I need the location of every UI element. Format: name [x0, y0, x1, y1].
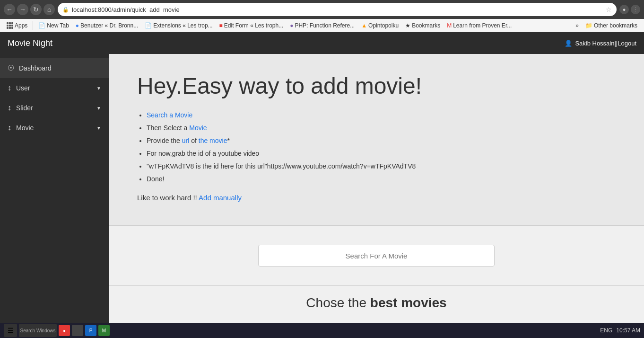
bottom-text-normal: Chose the	[306, 295, 370, 310]
instruction-text: *	[227, 137, 229, 144]
movie-nav-icon: ↕	[8, 124, 11, 132]
editform-icon: ■	[219, 22, 223, 29]
learn-icon: M	[447, 22, 452, 29]
bookmarks-bar: Apps 📄 New Tab ● Benutzer « Dr. Bronn...…	[0, 19, 644, 32]
bottom-section: Chose the best movies	[109, 285, 644, 320]
instruction-text: of	[189, 137, 198, 144]
benutzer-icon: ●	[76, 22, 79, 29]
list-item: For now,grab the id of a youtube video	[147, 149, 616, 159]
dashboard-icon: ☉	[8, 63, 14, 72]
hero-title: Hey.Easy way to add movie!	[137, 73, 616, 99]
forward-button[interactable]: →	[17, 4, 28, 15]
movie-link[interactable]: the movie	[199, 137, 227, 144]
bookmark-editform[interactable]: ■ Edit Form « Les troph...	[217, 21, 287, 30]
bookmark-learn[interactable]: M Learn from Proven Er...	[444, 21, 514, 30]
instruction-text: Then Select a	[147, 124, 189, 132]
other-bookmarks[interactable]: 📁 Other bookmarks	[583, 21, 640, 30]
extensions-icon: 📄	[145, 22, 152, 29]
app-title: Movie Night	[8, 38, 52, 48]
user-icon: 👤	[565, 40, 572, 47]
sidebar-item-user[interactable]: ↕ User ▼	[0, 78, 109, 98]
url-link[interactable]: url	[182, 137, 190, 144]
php-icon: ●	[290, 22, 293, 29]
list-item-done: Done!	[147, 174, 616, 184]
bottom-text-bold: best movies	[370, 295, 447, 310]
main-content: Hey.Easy way to add movie! Search a Movi…	[109, 54, 644, 323]
bottom-title: Chose the best movies	[306, 295, 446, 311]
bookmark-opinto[interactable]: ▲ Opintopolku	[358, 21, 401, 30]
bookmark-label: Bookmarks	[412, 22, 440, 29]
nav-buttons: ← → ↻ ⌂	[4, 4, 55, 15]
search-movie-link[interactable]: Search a Movie	[147, 111, 192, 119]
list-item-quote: "wTFpKVAdTV8 is the id here for this url…	[147, 161, 616, 171]
chevron-down-icon: ▼	[96, 86, 101, 91]
bookmark-label: Benutzer « Dr. Bronn...	[80, 22, 138, 29]
back-button[interactable]: ←	[4, 4, 15, 15]
reload-button[interactable]: ↻	[30, 4, 42, 15]
top-nav: Movie Night 👤 Sakib Hossain||Logout	[0, 32, 644, 54]
user-info: 👤 Sakib Hossain||Logout	[565, 40, 636, 47]
list-item: Provide the url of the movie*	[147, 136, 616, 146]
folder-icon: 📁	[585, 22, 592, 29]
menu-button[interactable]: ⋮	[631, 5, 640, 14]
slider-nav-icon: ↕	[8, 104, 11, 112]
bookmarks-icon: ★	[405, 22, 410, 29]
instruction-text: Provide the	[147, 137, 182, 144]
bookmark-label: PHP: Function Refere...	[295, 22, 355, 29]
hero-box: Hey.Easy way to add movie! Search a Movi…	[109, 54, 644, 226]
home-button[interactable]: ⌂	[44, 4, 55, 15]
extensions-button[interactable]: ●	[619, 5, 629, 14]
sidebar: ☉ Dashboard ↕ User ▼ ↕ Slider ▼ ↕ Movie …	[0, 54, 109, 323]
user-nav-icon: ↕	[8, 84, 11, 92]
sidebar-item-movie[interactable]: ↕ Movie ▼	[0, 118, 109, 138]
browser-toolbar: ← → ↻ ⌂ 🔒 ☆ ● ⋮	[0, 0, 644, 19]
bookmark-label: New Tab	[47, 22, 69, 29]
search-movie-input[interactable]	[258, 245, 495, 267]
bookmark-benutzer[interactable]: ● Benutzer « Dr. Bronn...	[73, 21, 141, 30]
list-item: Search a Movie	[147, 110, 616, 120]
work-hard-label: Like to work hard !!	[137, 194, 199, 202]
bookmark-label: Edit Form « Les troph...	[224, 22, 283, 29]
sidebar-item-dashboard[interactable]: ☉ Dashboard	[0, 58, 109, 78]
lock-icon: 🔒	[62, 7, 69, 13]
bookmark-php[interactable]: ● PHP: Function Refere...	[287, 21, 357, 30]
app-container: Movie Night 👤 Sakib Hossain||Logout ☉ Da…	[0, 32, 644, 323]
chevron-down-icon: ▼	[96, 125, 101, 131]
user-label[interactable]: Sakib Hossain||Logout	[575, 40, 636, 47]
instruction-list: Search a Movie Then Select a Movie Provi…	[137, 110, 616, 184]
sidebar-item-slider[interactable]: ↕ Slider ▼	[0, 98, 109, 118]
select-movie-link[interactable]: Movie	[189, 124, 207, 132]
add-manually-link[interactable]: Add manually	[199, 194, 242, 202]
apps-grid-icon	[7, 22, 13, 29]
bookmark-separator	[33, 21, 33, 30]
bookmark-label: Opintopolku	[368, 22, 399, 29]
bookmark-label: Learn from Proven Er...	[453, 22, 512, 29]
bookmark-new-tab[interactable]: 📄 New Tab	[35, 21, 71, 30]
browser-chrome: ← → ↻ ⌂ 🔒 ☆ ● ⋮ Apps 📄 New Tab	[0, 0, 644, 32]
apps-label: Apps	[15, 22, 27, 29]
address-bar[interactable]: 🔒 ☆	[58, 3, 617, 16]
bookmark-bookmarks[interactable]: ★ Bookmarks	[402, 21, 443, 30]
bookmark-apps[interactable]: Apps	[4, 21, 30, 30]
other-bookmarks-label: Other bookmarks	[594, 22, 637, 29]
sidebar-item-label: Slider	[16, 104, 92, 112]
sidebar-item-label: User	[16, 84, 92, 92]
tab-icon: 📄	[38, 22, 45, 29]
opinto-icon: ▲	[361, 22, 367, 29]
sidebar-item-label: Movie	[16, 124, 92, 132]
content-area: ☉ Dashboard ↕ User ▼ ↕ Slider ▼ ↕ Movie …	[0, 54, 644, 323]
search-section	[109, 226, 644, 285]
bookmark-extensions[interactable]: 📄 Extensions « Les trop...	[142, 21, 215, 30]
bookmark-star-icon[interactable]: ☆	[606, 6, 612, 13]
work-hard-text: Like to work hard !! Add manually	[137, 194, 616, 202]
sidebar-item-label: Dashboard	[19, 64, 101, 72]
address-input[interactable]	[72, 6, 603, 13]
more-bookmarks-button[interactable]: »	[573, 21, 582, 30]
bookmark-label: Extensions « Les trop...	[153, 22, 212, 29]
list-item: Then Select a Movie	[147, 123, 616, 133]
chevron-down-icon: ▼	[96, 106, 101, 111]
